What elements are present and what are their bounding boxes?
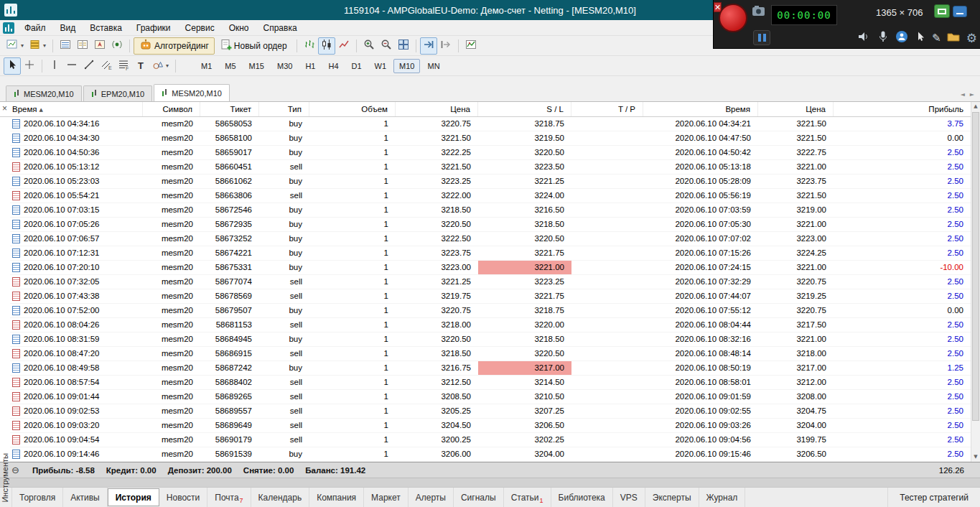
- toolbox-close-button[interactable]: ×: [2, 104, 7, 113]
- chart-tab[interactable]: MESM20,M10: [6, 85, 82, 101]
- timeframe-h1-button[interactable]: H1: [299, 59, 321, 73]
- bar-chart-button[interactable]: [301, 37, 318, 55]
- timeframe-w1-button[interactable]: W1: [369, 59, 393, 73]
- strategy-tester-button[interactable]: [108, 37, 126, 55]
- new-order-button[interactable]: Новый ордер: [215, 37, 293, 55]
- bottom-tab[interactable]: Новости: [159, 488, 207, 507]
- auto-scroll-button[interactable]: [420, 37, 437, 55]
- bottom-tab[interactable]: Эксперты: [645, 488, 699, 507]
- fibonacci-button[interactable]: F: [115, 57, 132, 75]
- data-window-button[interactable]: [74, 37, 91, 55]
- table-row[interactable]: 2020.06.10 08:47:20mesm2058686915sell132…: [0, 347, 980, 361]
- menu-item[interactable]: Файл: [17, 22, 53, 34]
- table-row[interactable]: 2020.06.10 09:01:44mesm2058689265sell132…: [0, 390, 980, 404]
- profiles-button[interactable]: ▾: [27, 37, 49, 55]
- horizontal-line-button[interactable]: [63, 57, 80, 75]
- minimize-button[interactable]: [953, 6, 967, 17]
- vertical-line-button[interactable]: [46, 57, 63, 75]
- candlestick-chart-button[interactable]: [318, 37, 335, 55]
- tile-windows-button[interactable]: [395, 37, 412, 55]
- bottom-tab[interactable]: Компания: [309, 488, 364, 507]
- table-row[interactable]: 2020.06.10 09:02:53mesm2058689557sell132…: [0, 404, 980, 419]
- table-row[interactable]: 2020.06.10 04:34:30mesm2058658100buy1322…: [0, 131, 980, 146]
- tab-scroll-right-button[interactable]: ►: [970, 91, 974, 98]
- microphone-icon[interactable]: [877, 30, 890, 46]
- bottom-tab[interactable]: Почта7: [207, 488, 251, 507]
- table-row[interactable]: 2020.06.10 04:50:36mesm2058659017buy1322…: [0, 146, 980, 160]
- table-row[interactable]: 2020.06.10 08:31:59mesm2058684945buy1322…: [0, 332, 980, 347]
- bottom-tab[interactable]: VPS: [613, 488, 645, 507]
- timeframe-m15-button[interactable]: M15: [243, 59, 270, 73]
- table-row[interactable]: 2020.06.10 08:57:54mesm2058688402sell132…: [0, 376, 980, 390]
- timeframe-mn-button[interactable]: MN: [421, 59, 445, 73]
- menu-item[interactable]: Вид: [53, 22, 83, 34]
- table-row[interactable]: 2020.06.10 09:14:46mesm2058691539buy1320…: [0, 447, 980, 462]
- trendline-button[interactable]: [80, 57, 98, 75]
- collapse-icon[interactable]: ⊖: [11, 465, 19, 475]
- scrollbar-up-icon[interactable]: ▲: [971, 102, 980, 111]
- chart-tab[interactable]: MESM20,M10: [154, 84, 230, 101]
- column-header[interactable]: T / P: [571, 102, 643, 116]
- objects-button[interactable]: ▾: [149, 57, 172, 75]
- column-header[interactable]: Тикет: [200, 102, 259, 116]
- bottom-tab[interactable]: Статьи1: [504, 488, 551, 507]
- table-row[interactable]: 2020.06.10 08:04:26mesm2058681153sell132…: [0, 318, 980, 332]
- table-row[interactable]: 2020.06.10 07:03:15mesm2058672546buy1321…: [0, 203, 980, 218]
- navigator-button[interactable]: [91, 37, 108, 55]
- scrollbar-thumb[interactable]: [972, 112, 979, 421]
- folder-icon[interactable]: [947, 31, 960, 45]
- table-row[interactable]: 2020.06.10 07:32:05mesm2058677074sell132…: [0, 275, 980, 289]
- cursor-tool-button[interactable]: [4, 57, 21, 75]
- table-row[interactable]: 2020.06.10 07:12:31mesm2058674221buy1322…: [0, 246, 980, 261]
- record-button[interactable]: [719, 4, 747, 32]
- timeframe-m10-button[interactable]: M10: [393, 59, 420, 73]
- timeframe-m1-button[interactable]: M1: [195, 59, 218, 73]
- algo-trading-button[interactable]: Алготрейдинг: [134, 37, 215, 55]
- text-tool-button[interactable]: T: [132, 57, 149, 75]
- table-row[interactable]: 2020.06.10 07:05:26mesm2058672935buy1322…: [0, 218, 980, 232]
- table-row[interactable]: 2020.06.10 07:20:10mesm2058675331buy1322…: [0, 261, 980, 275]
- speaker-icon[interactable]: [857, 30, 870, 46]
- column-header[interactable]: Тип: [259, 102, 309, 116]
- crosshair-tool-button[interactable]: [21, 57, 38, 75]
- bottom-tab[interactable]: Алерты: [409, 488, 454, 507]
- column-header[interactable]: Символ: [143, 102, 200, 116]
- pencil-icon[interactable]: ✎: [932, 32, 941, 45]
- table-row[interactable]: 2020.06.10 04:34:16mesm2058658053buy1322…: [0, 117, 980, 131]
- table-row[interactable]: 2020.06.10 07:06:57mesm2058673252buy1322…: [0, 232, 980, 246]
- menu-item[interactable]: Сервис: [178, 22, 222, 34]
- scrollbar-down-icon[interactable]: ▼: [971, 452, 980, 462]
- bottom-tab[interactable]: Активы: [63, 488, 108, 507]
- settings-gear-icon[interactable]: ⚙: [966, 32, 977, 45]
- menu-item[interactable]: Справка: [256, 22, 304, 34]
- line-chart-button[interactable]: [335, 37, 353, 55]
- table-row[interactable]: 2020.06.10 09:04:54mesm2058690179sell132…: [0, 433, 980, 447]
- column-header[interactable]: Время: [643, 102, 758, 116]
- chart-tab[interactable]: EPM20,M10: [83, 85, 153, 101]
- toolbox-vertical-label[interactable]: Инструменты: [1, 453, 9, 503]
- menu-item[interactable]: Окно: [222, 22, 256, 34]
- new-chart-button[interactable]: ▾: [4, 37, 27, 55]
- bottom-tab[interactable]: Сигналы: [454, 488, 504, 507]
- equidistant-channel-button[interactable]: E: [98, 57, 115, 75]
- camera-icon[interactable]: [752, 5, 766, 20]
- timeframe-h4-button[interactable]: H4: [322, 59, 344, 73]
- timeframe-m5-button[interactable]: M5: [219, 59, 241, 73]
- table-row[interactable]: 2020.06.10 05:54:21mesm2058663806sell132…: [0, 189, 980, 203]
- bottom-tab[interactable]: История: [108, 488, 159, 506]
- indicators-button[interactable]: [462, 37, 480, 55]
- column-header[interactable]: Цена: [758, 102, 834, 116]
- table-row[interactable]: 2020.06.10 08:49:58mesm2058687242buy1321…: [0, 361, 980, 376]
- bottom-tab[interactable]: Библиотека: [551, 488, 613, 507]
- timeframe-m30-button[interactable]: M30: [271, 59, 298, 73]
- zoom-in-button[interactable]: [360, 37, 378, 55]
- menu-item[interactable]: Графики: [129, 22, 178, 34]
- vertical-scrollbar[interactable]: ▲ ▼: [971, 102, 980, 462]
- bottom-tab[interactable]: Журнал: [699, 488, 746, 507]
- column-header[interactable]: S / L: [478, 102, 571, 116]
- bottom-tab[interactable]: Календарь: [251, 488, 310, 507]
- zoom-out-button[interactable]: [378, 37, 395, 55]
- table-row[interactable]: 2020.06.10 07:52:00mesm2058679507buy1322…: [0, 304, 980, 318]
- column-header[interactable]: Объем: [309, 102, 396, 116]
- bottom-tab[interactable]: Маркет: [364, 488, 409, 507]
